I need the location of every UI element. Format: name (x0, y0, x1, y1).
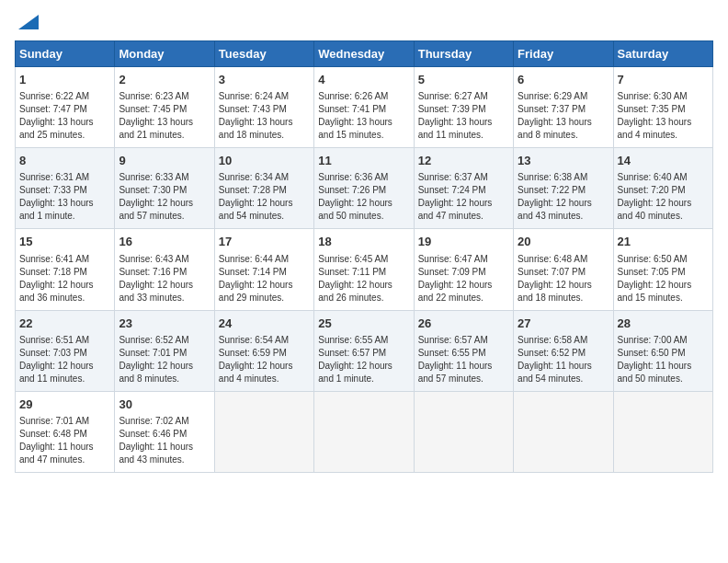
daylight-text: Daylight: 13 hours and 21 minutes. (119, 117, 193, 140)
calendar-cell: 9 Sunrise: 6:33 AM Sunset: 7:30 PM Dayli… (115, 148, 214, 229)
sunrise-text: Sunrise: 6:43 AM (119, 254, 188, 264)
day-number: 28 (618, 316, 709, 332)
sunset-text: Sunset: 7:24 PM (418, 185, 486, 195)
header-saturday: Saturday (613, 41, 712, 67)
sunrise-text: Sunrise: 6:44 AM (219, 254, 289, 264)
calendar-cell: 16 Sunrise: 6:43 AM Sunset: 7:16 PM Dayl… (115, 229, 214, 310)
calendar-week-row: 29 Sunrise: 7:01 AM Sunset: 6:48 PM Dayl… (16, 391, 713, 472)
calendar-cell: 30 Sunrise: 7:02 AM Sunset: 6:46 PM Dayl… (115, 391, 214, 472)
sunset-text: Sunset: 7:16 PM (119, 267, 187, 277)
day-number: 8 (19, 153, 110, 169)
daylight-text: Daylight: 12 hours and 22 minutes. (418, 280, 493, 303)
calendar-cell: 20 Sunrise: 6:48 AM Sunset: 7:07 PM Dayl… (514, 229, 613, 310)
day-number: 23 (119, 316, 210, 332)
daylight-text: Daylight: 11 hours and 50 minutes. (618, 361, 692, 384)
sunset-text: Sunset: 7:05 PM (618, 267, 686, 277)
sunrise-text: Sunrise: 6:40 AM (618, 172, 688, 182)
sunrise-text: Sunrise: 6:55 AM (318, 335, 388, 345)
daylight-text: Daylight: 12 hours and 26 minutes. (318, 280, 392, 303)
sunrise-text: Sunrise: 6:45 AM (318, 254, 388, 264)
calendar-cell: 27 Sunrise: 6:58 AM Sunset: 6:52 PM Dayl… (514, 310, 613, 391)
calendar-cell (514, 391, 613, 472)
sunrise-text: Sunrise: 6:48 AM (518, 254, 587, 264)
logo-icon (18, 15, 39, 29)
calendar-cell: 8 Sunrise: 6:31 AM Sunset: 7:33 PM Dayli… (16, 148, 115, 229)
calendar-cell: 29 Sunrise: 7:01 AM Sunset: 6:48 PM Dayl… (16, 391, 115, 472)
daylight-text: Daylight: 11 hours and 57 minutes. (418, 361, 493, 384)
calendar-cell: 11 Sunrise: 6:36 AM Sunset: 7:26 PM Dayl… (314, 148, 414, 229)
sunset-text: Sunset: 6:52 PM (518, 348, 586, 358)
daylight-text: Daylight: 13 hours and 8 minutes. (518, 117, 592, 140)
calendar-cell: 1 Sunrise: 6:22 AM Sunset: 7:47 PM Dayli… (16, 67, 115, 148)
daylight-text: Daylight: 12 hours and 43 minutes. (518, 198, 592, 221)
calendar-cell: 13 Sunrise: 6:38 AM Sunset: 7:22 PM Dayl… (514, 148, 613, 229)
day-number: 5 (418, 72, 509, 88)
calendar-cell: 14 Sunrise: 6:40 AM Sunset: 7:20 PM Dayl… (613, 148, 712, 229)
sunset-text: Sunset: 7:11 PM (318, 267, 386, 277)
day-number: 18 (318, 234, 409, 250)
daylight-text: Daylight: 12 hours and 4 minutes. (219, 361, 293, 384)
sunrise-text: Sunrise: 6:34 AM (219, 172, 289, 182)
calendar-cell: 17 Sunrise: 6:44 AM Sunset: 7:14 PM Dayl… (214, 229, 313, 310)
sunset-text: Sunset: 7:14 PM (219, 267, 287, 277)
sunrise-text: Sunrise: 6:50 AM (618, 254, 688, 264)
sunset-text: Sunset: 7:33 PM (19, 185, 87, 195)
calendar-cell (214, 391, 313, 472)
sunset-text: Sunset: 6:50 PM (618, 348, 686, 358)
sunset-text: Sunset: 7:01 PM (119, 348, 187, 358)
calendar-cell: 3 Sunrise: 6:24 AM Sunset: 7:43 PM Dayli… (214, 67, 313, 148)
calendar-cell: 22 Sunrise: 6:51 AM Sunset: 7:03 PM Dayl… (16, 310, 115, 391)
sunset-text: Sunset: 7:09 PM (418, 267, 486, 277)
daylight-text: Daylight: 13 hours and 18 minutes. (219, 117, 293, 140)
calendar-cell: 5 Sunrise: 6:27 AM Sunset: 7:39 PM Dayli… (414, 67, 513, 148)
calendar-cell: 21 Sunrise: 6:50 AM Sunset: 7:05 PM Dayl… (613, 229, 712, 310)
sunset-text: Sunset: 6:55 PM (418, 348, 486, 358)
sunrise-text: Sunrise: 6:54 AM (219, 335, 289, 345)
daylight-text: Daylight: 12 hours and 29 minutes. (219, 280, 293, 303)
day-number: 4 (318, 72, 409, 88)
sunrise-text: Sunrise: 6:33 AM (119, 172, 188, 182)
daylight-text: Daylight: 11 hours and 47 minutes. (19, 442, 94, 465)
daylight-text: Daylight: 13 hours and 4 minutes. (618, 117, 692, 140)
calendar-cell (613, 391, 712, 472)
calendar-cell: 2 Sunrise: 6:23 AM Sunset: 7:45 PM Dayli… (115, 67, 214, 148)
sunrise-text: Sunrise: 6:41 AM (19, 254, 89, 264)
day-number: 19 (418, 234, 509, 250)
sunset-text: Sunset: 7:43 PM (219, 104, 287, 114)
sunrise-text: Sunrise: 6:26 AM (318, 91, 388, 101)
day-number: 15 (19, 234, 110, 250)
sunrise-text: Sunrise: 6:51 AM (19, 335, 89, 345)
header-wednesday: Wednesday (314, 41, 414, 67)
sunrise-text: Sunrise: 6:52 AM (119, 335, 188, 345)
day-number: 21 (618, 234, 709, 250)
sunset-text: Sunset: 6:57 PM (318, 348, 386, 358)
day-number: 3 (219, 72, 310, 88)
day-number: 6 (518, 72, 609, 88)
calendar-week-row: 15 Sunrise: 6:41 AM Sunset: 7:18 PM Dayl… (16, 229, 713, 310)
daylight-text: Daylight: 12 hours and 54 minutes. (219, 198, 293, 221)
sunrise-text: Sunrise: 6:22 AM (19, 91, 89, 101)
header-tuesday: Tuesday (214, 41, 313, 67)
sunrise-text: Sunrise: 6:36 AM (318, 172, 388, 182)
sunrise-text: Sunrise: 6:24 AM (219, 91, 289, 101)
day-number: 1 (19, 72, 110, 88)
sunset-text: Sunset: 7:30 PM (119, 185, 187, 195)
svg-marker-0 (18, 15, 39, 29)
day-number: 16 (119, 234, 210, 250)
sunset-text: Sunset: 7:03 PM (19, 348, 87, 358)
sunset-text: Sunset: 7:26 PM (318, 185, 386, 195)
daylight-text: Daylight: 12 hours and 33 minutes. (119, 280, 193, 303)
day-number: 29 (19, 396, 110, 413)
calendar-table: Sunday Monday Tuesday Wednesday Thursday… (15, 40, 713, 473)
daylight-text: Daylight: 12 hours and 18 minutes. (518, 280, 592, 303)
sunset-text: Sunset: 7:28 PM (219, 185, 287, 195)
daylight-text: Daylight: 12 hours and 1 minute. (318, 361, 392, 384)
calendar-cell: 24 Sunrise: 6:54 AM Sunset: 6:59 PM Dayl… (214, 310, 313, 391)
sunset-text: Sunset: 7:39 PM (418, 104, 486, 114)
weekday-header-row: Sunday Monday Tuesday Wednesday Thursday… (16, 41, 713, 67)
day-number: 10 (219, 153, 310, 169)
sunrise-text: Sunrise: 6:57 AM (418, 335, 488, 345)
day-number: 7 (618, 72, 709, 88)
daylight-text: Daylight: 12 hours and 36 minutes. (19, 280, 94, 303)
sunrise-text: Sunrise: 6:47 AM (418, 254, 488, 264)
